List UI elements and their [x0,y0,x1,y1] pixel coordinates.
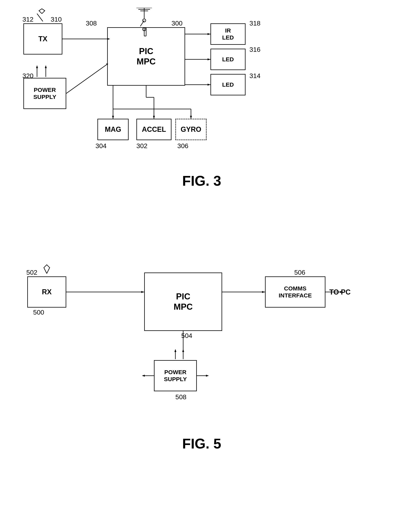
label-302: 302 [136,142,148,150]
fig3-power-box: POWER SUPPLY [23,78,66,109]
svg-marker-34 [190,116,192,119]
fig3-power-label: POWER SUPPLY [33,86,56,101]
fig3-led1-box: LED [210,49,246,70]
fig5-comms-box: COMMS INTERFACE [265,276,325,308]
svg-marker-7 [45,65,47,68]
svg-line-8 [66,64,107,93]
label-310: 310 [51,16,62,23]
svg-marker-46 [175,349,176,352]
fig3-ir-led-box: IR LED [210,23,246,45]
svg-marker-48 [182,349,184,352]
fig5-pic-label: PIC MPC [174,291,193,312]
svg-marker-39 [141,291,144,293]
svg-marker-41 [262,291,265,293]
fig3-accel-label: ACCEL [142,125,166,133]
svg-line-16 [140,20,144,26]
label-308: 308 [86,19,97,27]
svg-marker-30 [112,116,114,119]
fig3-tx-box: TX [23,23,62,55]
svg-marker-32 [153,116,155,119]
fig5-to-pc-label: TO PC [329,288,350,296]
svg-marker-50 [142,375,145,377]
label-306: 306 [177,142,188,150]
svg-marker-5 [36,65,38,68]
label-500: 500 [33,309,44,316]
fig3-led2-label: LED [222,81,234,88]
fig5-power-label: POWER SUPPLY [164,369,187,383]
fig3-tx-label: TX [38,35,47,43]
fig3-diagram: TX PIC MPC IR LED LED LED POWER SUPPLY M… [12,8,392,193]
label-320: 320 [22,72,33,80]
fig5-power-box: POWER SUPPLY [154,360,197,391]
fig5-title: FIG. 5 [12,436,392,452]
svg-point-14 [143,19,146,22]
fig3-led1-label: LED [222,56,234,63]
label-504: 504 [181,332,192,340]
svg-marker-22 [207,33,210,35]
svg-line-0 [37,14,43,21]
fig3-title: FIG. 3 [12,173,392,189]
fig3-accel-box: ACCEL [136,119,171,140]
label-314: 314 [249,72,260,80]
fig3-gyro-box: GYRO [175,119,207,140]
label-502: 502 [26,269,37,276]
fig5-diagram: RX PIC MPC COMMS INTERFACE POWER SUPPLY … [12,243,392,457]
svg-marker-24 [207,58,210,60]
svg-marker-52 [206,375,209,377]
fig5-pic-box: PIC MPC [144,272,222,331]
fig3-mag-label: MAG [105,125,121,133]
fig3-ir-led-label: IR LED [222,27,234,41]
fig5-rx-label: RX [42,288,52,296]
label-312: 312 [22,16,33,23]
fig5-comms-label: COMMS INTERFACE [279,285,312,299]
fig3-led2-box: LED [210,74,246,95]
label-506: 506 [294,269,305,276]
fig3-pic-box: PIC MPC [107,27,185,86]
fig5-rx-box: RX [27,276,66,308]
label-304: 304 [96,142,107,150]
svg-marker-26 [207,84,210,86]
fig3-svg [12,8,392,193]
label-508: 508 [175,393,187,401]
fig3-gyro-label: GYRO [181,125,201,133]
page: TX PIC MPC IR LED LED LED POWER SUPPLY M… [0,0,402,532]
fig3-pic-label: PIC MPC [136,46,156,67]
fig3-mag-box: MAG [97,119,129,140]
label-318: 318 [249,19,260,27]
label-316: 316 [249,46,260,53]
label-300: 300 [171,19,183,27]
